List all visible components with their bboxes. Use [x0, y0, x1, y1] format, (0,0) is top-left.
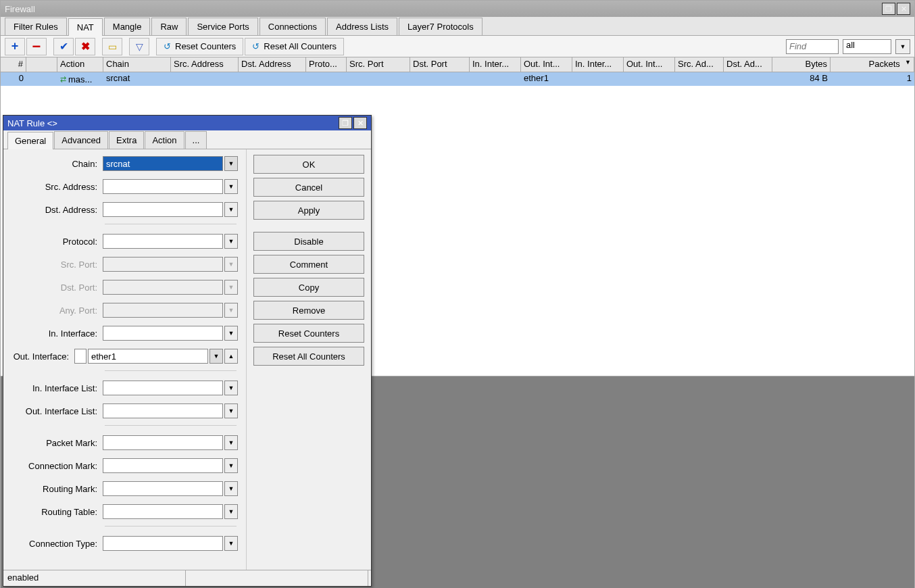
src-address-expand[interactable]: ▼: [224, 179, 238, 194]
dialog-close-button[interactable]: ✕: [353, 117, 367, 129]
connection-mark-expand[interactable]: ▼: [224, 458, 238, 473]
reset-counters-dialog[interactable]: Reset Counters: [253, 324, 364, 343]
reset-counters-button[interactable]: ↺Reset Counters: [156, 38, 243, 55]
out-interface-negate[interactable]: [74, 349, 86, 364]
routing-table-expand[interactable]: ▼: [224, 504, 238, 519]
filter-select-drop[interactable]: ▼: [895, 39, 910, 54]
reset-icon: ↺: [252, 41, 259, 51]
routing-mark-input[interactable]: [103, 481, 223, 496]
col-src-port[interactable]: Src. Port: [347, 57, 410, 72]
in-interface-list-input[interactable]: [103, 381, 223, 395]
dialog-restore-button[interactable]: ❐: [339, 117, 352, 129]
apply-button[interactable]: Apply: [253, 201, 364, 220]
in-interface-expand[interactable]: ▼: [224, 326, 238, 341]
dialog-tab-action[interactable]: Action: [145, 131, 184, 149]
window-title: Firewall: [5, 4, 882, 14]
main-toolbar: + − ✔ ✖ ▭ ▽ ↺Reset Counters ↺Reset All C…: [1, 36, 914, 57]
tab-service-ports[interactable]: Service Ports: [188, 18, 257, 35]
note-icon: ▭: [108, 41, 117, 52]
tab-connections[interactable]: Connections: [259, 18, 326, 35]
comment-button[interactable]: ▭: [102, 38, 122, 55]
comment-button[interactable]: Comment: [253, 255, 364, 274]
routing-mark-expand[interactable]: ▼: [224, 481, 238, 496]
col-src-list[interactable]: Src. Ad...: [675, 57, 724, 72]
table-row[interactable]: 0 ⇄mas... srcnat ether1 84 B 1: [1, 72, 914, 86]
remove-button[interactable]: −: [26, 38, 47, 55]
field-routing-mark: Routing Mark: ▼: [3, 480, 242, 497]
add-button[interactable]: +: [5, 38, 25, 55]
connection-type-expand[interactable]: ▼: [224, 536, 238, 551]
dialog-tab-general[interactable]: General: [7, 132, 53, 149]
col-in-if-list[interactable]: In. Inter...: [572, 57, 624, 72]
reset-all-counters-dialog[interactable]: Reset All Counters: [253, 347, 364, 366]
table-header: # Action Chain Src. Address Dst. Address…: [1, 57, 914, 72]
filter-select[interactable]: all: [843, 39, 891, 54]
tab-filter-rules[interactable]: Filter Rules: [5, 18, 67, 35]
ok-button[interactable]: OK: [253, 155, 364, 174]
col-packets[interactable]: Packets ▼: [831, 57, 914, 72]
col-proto[interactable]: Proto...: [306, 57, 347, 72]
col-out-if[interactable]: Out. Int...: [521, 57, 572, 72]
col-in-if[interactable]: In. Inter...: [470, 57, 521, 72]
tab-mangle[interactable]: Mangle: [104, 18, 151, 35]
dst-address-input[interactable]: [103, 202, 223, 217]
dst-port-input: [103, 280, 223, 295]
tab-raw[interactable]: Raw: [151, 18, 187, 35]
main-tabbar: Filter Rules NAT Mangle Raw Service Port…: [1, 17, 914, 36]
funnel-icon: ▽: [136, 41, 143, 52]
copy-button[interactable]: Copy: [253, 278, 364, 297]
col-dst-list[interactable]: Dst. Ad...: [724, 57, 772, 72]
dialog-buttons: OK Cancel Apply Disable Comment Copy Rem…: [247, 149, 371, 570]
tab-address-lists[interactable]: Address Lists: [327, 18, 397, 35]
col-src-addr[interactable]: Src. Address: [171, 57, 239, 72]
dst-address-expand[interactable]: ▼: [224, 202, 238, 217]
connection-type-input[interactable]: [103, 536, 223, 551]
chain-dropdown[interactable]: ▼: [224, 156, 238, 171]
field-packet-mark: Packet Mark: ▼: [3, 434, 242, 451]
cell-bytes: 84 B: [772, 72, 831, 86]
dialog-tab-extra[interactable]: Extra: [109, 131, 144, 149]
out-interface-list-input[interactable]: [103, 403, 223, 418]
chain-input[interactable]: [103, 156, 223, 171]
field-src-port: Src. Port: ▼: [3, 255, 242, 273]
out-interface-collapse[interactable]: ▲: [224, 349, 238, 364]
col-num[interactable]: #: [1, 57, 26, 72]
field-connection-mark: Connection Mark: ▼: [3, 457, 242, 474]
src-address-input[interactable]: [103, 179, 223, 194]
out-interface-list-expand[interactable]: ▼: [224, 403, 238, 418]
reset-icon: ↺: [164, 41, 171, 51]
filter-button[interactable]: ▽: [129, 38, 149, 55]
tab-nat[interactable]: NAT: [68, 18, 103, 36]
dialog-tab-more[interactable]: ...: [185, 131, 207, 149]
packet-mark-expand[interactable]: ▼: [224, 435, 238, 450]
disable-button[interactable]: Disable: [253, 232, 364, 251]
routing-table-input[interactable]: [103, 504, 223, 519]
col-action[interactable]: Action: [57, 57, 103, 72]
protocol-input[interactable]: [103, 234, 223, 249]
restore-button[interactable]: ❐: [882, 3, 895, 15]
reset-all-counters-button[interactable]: ↺Reset All Counters: [245, 38, 344, 55]
dialog-titlebar[interactable]: NAT Rule <> ❐ ✕: [3, 116, 371, 130]
close-button[interactable]: ✕: [897, 3, 910, 15]
out-interface-input[interactable]: [88, 349, 208, 364]
dialog-tab-advanced[interactable]: Advanced: [54, 131, 108, 149]
col-chain[interactable]: Chain: [103, 57, 171, 72]
packet-mark-input[interactable]: [103, 435, 223, 450]
col-dst-addr[interactable]: Dst. Address: [239, 57, 306, 72]
remove-button-dialog[interactable]: Remove: [253, 301, 364, 320]
cancel-button[interactable]: Cancel: [253, 178, 364, 197]
out-interface-dropdown[interactable]: ▼: [209, 349, 223, 364]
any-port-expand: ▼: [224, 303, 238, 318]
col-dst-port[interactable]: Dst. Port: [410, 57, 470, 72]
in-interface-input[interactable]: [103, 326, 223, 341]
tab-layer7[interactable]: Layer7 Protocols: [399, 18, 483, 35]
find-input[interactable]: [786, 39, 839, 54]
col-flag[interactable]: [26, 57, 57, 72]
connection-mark-input[interactable]: [103, 458, 223, 473]
in-interface-list-expand[interactable]: ▼: [224, 381, 238, 395]
col-out-if-list[interactable]: Out. Int...: [624, 57, 675, 72]
protocol-expand[interactable]: ▼: [224, 234, 238, 249]
col-bytes[interactable]: Bytes: [772, 57, 831, 72]
disable-button[interactable]: ✖: [75, 38, 95, 55]
enable-button[interactable]: ✔: [53, 38, 74, 55]
